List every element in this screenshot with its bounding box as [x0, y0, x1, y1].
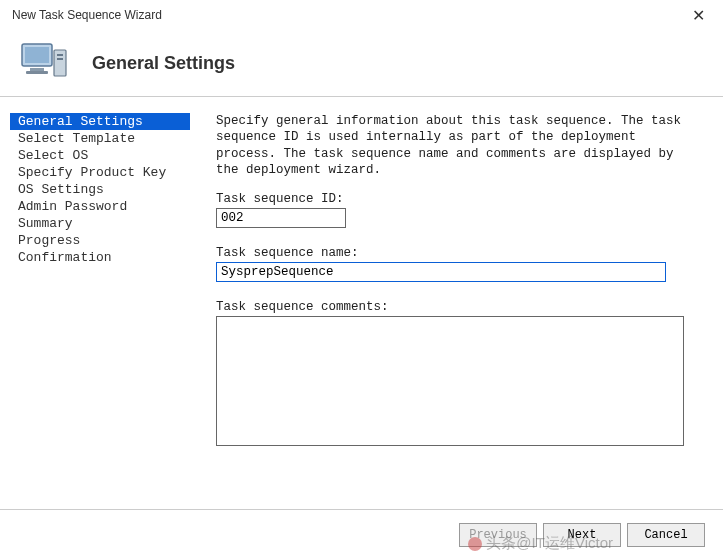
wizard-body: General Settings Select Template Select …: [0, 97, 723, 506]
nav-admin-password[interactable]: Admin Password: [10, 198, 190, 215]
page-description: Specify general information about this t…: [216, 113, 703, 178]
task-sequence-comments-label: Task sequence comments:: [216, 300, 703, 314]
nav-general-settings[interactable]: General Settings: [10, 113, 190, 130]
nav-confirmation[interactable]: Confirmation: [10, 249, 190, 266]
wizard-footer: Previous Next Cancel: [0, 509, 723, 559]
task-sequence-comments-input[interactable]: [216, 316, 684, 446]
titlebar: New Task Sequence Wizard ✕: [0, 0, 723, 30]
window-title: New Task Sequence Wizard: [12, 8, 162, 22]
task-sequence-name-label: Task sequence name:: [216, 246, 703, 260]
page-title: General Settings: [92, 53, 235, 74]
nav-select-template[interactable]: Select Template: [10, 130, 190, 147]
close-icon[interactable]: ✕: [686, 6, 711, 25]
task-sequence-id-input[interactable]: [216, 208, 346, 228]
svg-rect-3: [26, 71, 48, 74]
svg-rect-1: [25, 47, 49, 63]
nav-specify-product-key[interactable]: Specify Product Key: [10, 164, 190, 181]
computer-icon: [20, 42, 68, 84]
cancel-button[interactable]: Cancel: [627, 523, 705, 547]
task-sequence-name-input[interactable]: [216, 262, 666, 282]
nav-progress[interactable]: Progress: [10, 232, 190, 249]
nav-select-os[interactable]: Select OS: [10, 147, 190, 164]
previous-button: Previous: [459, 523, 537, 547]
svg-rect-5: [57, 54, 63, 56]
nav-summary[interactable]: Summary: [10, 215, 190, 232]
task-sequence-id-label: Task sequence ID:: [216, 192, 703, 206]
svg-rect-4: [54, 50, 66, 76]
nav-os-settings[interactable]: OS Settings: [10, 181, 190, 198]
main-panel: Specify general information about this t…: [200, 97, 723, 506]
wizard-header: General Settings: [0, 30, 723, 97]
next-button[interactable]: Next: [543, 523, 621, 547]
wizard-nav: General Settings Select Template Select …: [0, 97, 200, 506]
svg-rect-6: [57, 58, 63, 60]
svg-rect-2: [30, 68, 44, 71]
